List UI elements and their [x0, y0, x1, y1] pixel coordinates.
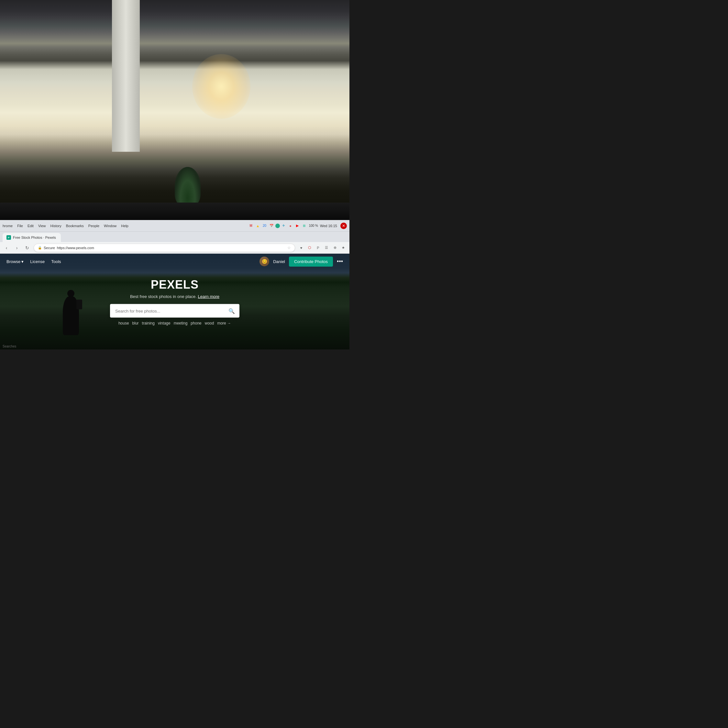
- pexels-tagline: Best free stock photos in one place. Lea…: [35, 294, 315, 299]
- browse-chevron-icon: ▾: [21, 259, 24, 264]
- menu-edit[interactable]: Edit: [28, 224, 34, 228]
- chrome-address-bar: ‹ › ↻ 🔒 Secure https://www.pexels.com ☆ …: [0, 242, 349, 254]
- addressbar-icon-6[interactable]: ★: [340, 244, 347, 251]
- searches-label: Searches: [3, 344, 16, 348]
- search-tag-vintage[interactable]: vintage: [158, 321, 171, 326]
- secure-label: Secure: [44, 246, 55, 250]
- ext-calendar1[interactable]: 20: [262, 223, 268, 229]
- menu-window[interactable]: Window: [104, 224, 116, 228]
- browse-button[interactable]: Browse ▾: [6, 259, 24, 264]
- reload-button[interactable]: ↻: [23, 244, 31, 252]
- menu-help[interactable]: Help: [121, 224, 128, 228]
- browser-window: hrome File Edit View History Bookmarks P…: [0, 220, 349, 349]
- url-display: https://www.pexels.com: [57, 246, 94, 250]
- pexels-search-bar[interactable]: 🔍: [110, 304, 239, 318]
- browse-label: Browse: [6, 259, 20, 264]
- ext-green[interactable]: [275, 223, 280, 228]
- contribute-photos-button[interactable]: Contribute Photos: [289, 257, 333, 267]
- search-tags: house blur training vintage meeting phon…: [35, 321, 315, 326]
- search-tag-training[interactable]: training: [142, 321, 154, 326]
- office-pillar: [112, 0, 140, 152]
- ext-spreadsheet[interactable]: ⊞: [301, 223, 307, 229]
- search-tag-blur[interactable]: blur: [132, 321, 139, 326]
- menu-view[interactable]: View: [38, 224, 46, 228]
- license-button[interactable]: License: [30, 259, 44, 264]
- pexels-hero-section: Browse ▾ License Tools 😊 Daniel Contribu…: [0, 254, 349, 349]
- addressbar-icon-2[interactable]: ⬡: [306, 244, 313, 251]
- bookmark-star-icon[interactable]: ☆: [287, 246, 291, 250]
- laptop-bezel: [0, 203, 349, 220]
- tools-button[interactable]: Tools: [51, 259, 61, 264]
- window-light-glow: [192, 54, 251, 119]
- chrome-menus: hrome File Edit View History Bookmarks P…: [3, 224, 128, 228]
- ext-mail[interactable]: M: [248, 223, 254, 229]
- addressbar-icon-5[interactable]: ⊕: [331, 244, 338, 251]
- menu-file[interactable]: File: [17, 224, 23, 228]
- battery-percent: 100 %: [309, 224, 318, 228]
- secure-icon: 🔒: [38, 246, 42, 249]
- pexels-nav-left: Browse ▾ License Tools: [6, 259, 61, 264]
- pexels-logo: PEXELS: [35, 278, 315, 292]
- search-tag-meeting[interactable]: meeting: [174, 321, 188, 326]
- ext-telegram[interactable]: ✈: [281, 223, 287, 229]
- office-plant: [175, 167, 200, 206]
- more-options-icon[interactable]: •••: [337, 258, 343, 265]
- extension-icons: M ▲ 20 📅 ✈ ● ▶ ⊞: [248, 223, 307, 229]
- menu-history[interactable]: History: [50, 224, 61, 228]
- addressbar-icon-1[interactable]: ♥: [298, 244, 305, 251]
- ext-drive[interactable]: ▲: [255, 223, 261, 229]
- addressbar-icon-4[interactable]: ☰: [323, 244, 330, 251]
- tab-label: Free Stock Photos · Pexels: [13, 236, 56, 239]
- forward-button[interactable]: ›: [13, 244, 21, 252]
- menu-bookmarks[interactable]: Bookmarks: [66, 224, 84, 228]
- menu-people[interactable]: People: [88, 224, 99, 228]
- address-input[interactable]: 🔒 Secure https://www.pexels.com ☆: [34, 244, 295, 252]
- pexels-navbar: Browse ▾ License Tools 😊 Daniel Contribu…: [0, 254, 349, 269]
- background-photo: [0, 0, 349, 217]
- battery-info: 100 %: [309, 224, 318, 228]
- ext-calendar2[interactable]: 📅: [269, 223, 274, 229]
- chrome-tab-bar: P Free Stock Photos · Pexels: [0, 232, 349, 242]
- search-tag-more[interactable]: more →: [217, 321, 231, 326]
- search-tag-house[interactable]: house: [118, 321, 129, 326]
- pexels-hero-content: PEXELS Best free stock photos in one pla…: [35, 278, 315, 326]
- search-tag-phone[interactable]: phone: [191, 321, 201, 326]
- ext-youtube[interactable]: ▶: [294, 223, 300, 229]
- tagline-text: Best free stock photos in one place.: [130, 294, 197, 299]
- learn-more-link[interactable]: Learn more: [198, 294, 219, 299]
- back-button[interactable]: ‹: [3, 244, 10, 252]
- active-tab[interactable]: P Free Stock Photos · Pexels: [3, 233, 61, 242]
- pexels-website: Browse ▾ License Tools 😊 Daniel Contribu…: [0, 254, 349, 349]
- search-icon[interactable]: 🔍: [224, 308, 239, 314]
- system-clock: Wed 16:15: [320, 224, 337, 228]
- system-icons: M ▲ 20 📅 ✈ ● ▶ ⊞ 100 % Wed 16:15 ✕: [246, 223, 347, 229]
- tab-favicon: P: [6, 235, 11, 240]
- search-tag-wood[interactable]: wood: [205, 321, 214, 326]
- pexels-search-input[interactable]: [110, 308, 224, 313]
- chrome-titlebar: hrome File Edit View History Bookmarks P…: [0, 220, 349, 232]
- addressbar-icon-3[interactable]: P: [315, 244, 322, 251]
- close-button[interactable]: ✕: [340, 223, 347, 229]
- user-avatar[interactable]: 😊: [260, 257, 269, 266]
- avatar-image-placeholder: 😊: [262, 259, 267, 264]
- ext-red[interactable]: ●: [288, 223, 294, 229]
- menu-chrome[interactable]: hrome: [3, 224, 12, 228]
- pexels-nav-right: 😊 Daniel Contribute Photos •••: [260, 257, 343, 267]
- addressbar-icons: ♥ ⬡ P ☰ ⊕ ★: [298, 244, 347, 251]
- user-name: Daniel: [273, 259, 285, 264]
